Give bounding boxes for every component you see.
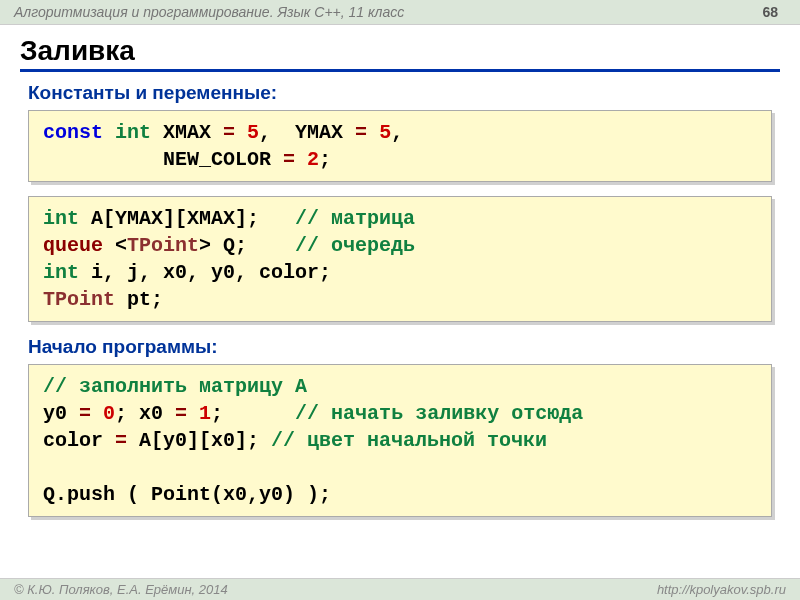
code-text: y0 <box>43 402 67 425</box>
code-text: A[y0][x0]; <box>139 429 271 452</box>
code-comment: // матрица <box>295 207 415 230</box>
kw-int: int <box>43 207 79 230</box>
kw-int: int <box>115 121 151 144</box>
slide-footer: © К.Ю. Поляков, Е.А. Ерёмин, 2014 http:/… <box>0 578 800 600</box>
code-text: NEW_COLOR <box>43 148 271 171</box>
section-constants-label: Константы и переменные: <box>20 82 780 104</box>
code-block-declarations: int A[YMAX][XMAX]; // матрица queue <TPo… <box>28 196 772 322</box>
code-text: ; <box>319 148 331 171</box>
header-title: Алгоритмизация и программирование. Язык … <box>14 4 404 20</box>
slide-content: Заливка Константы и переменные: const in… <box>0 25 800 517</box>
op-eq: = <box>343 121 379 144</box>
code-text: color <box>43 429 103 452</box>
code-text: ; <box>211 402 295 425</box>
blank-line <box>43 456 55 479</box>
code-num: 5 <box>247 121 259 144</box>
code-comment: // цвет начальной точки <box>271 429 547 452</box>
code-num: 0 <box>103 402 115 425</box>
code-text: < <box>103 234 127 257</box>
code-text: > Q; <box>199 234 295 257</box>
slide-header: Алгоритмизация и программирование. Язык … <box>0 0 800 25</box>
footer-copyright: © К.Ю. Поляков, Е.А. Ерёмин, 2014 <box>14 582 228 597</box>
code-num: 1 <box>199 402 211 425</box>
code-text: ; x0 <box>115 402 163 425</box>
kw-queue: queue <box>43 234 103 257</box>
op-eq: = <box>163 402 199 425</box>
code-text: A[YMAX][XMAX]; <box>79 207 295 230</box>
code-text: pt; <box>115 288 163 311</box>
code-text: Q.push ( Point(x0,y0) ); <box>43 483 331 506</box>
kw-type-tpoint: TPoint <box>127 234 199 257</box>
code-text: XMAX <box>151 121 211 144</box>
code-text: , YMAX <box>259 121 343 144</box>
code-num: 5 <box>379 121 391 144</box>
slide-title: Заливка <box>20 35 780 72</box>
kw-int: int <box>43 261 79 284</box>
code-text: i, j, x0, y0, color; <box>79 261 331 284</box>
code-comment: // заполнить матрицу A <box>43 375 307 398</box>
op-eq: = <box>103 429 139 452</box>
footer-url: http://kpolyakov.spb.ru <box>657 582 786 597</box>
page-number: 68 <box>762 4 786 20</box>
kw-type-tpoint: TPoint <box>43 288 115 311</box>
code-comment: // начать заливку отсюда <box>295 402 583 425</box>
section-start-label: Начало программы: <box>20 336 780 358</box>
code-num: 2 <box>307 148 319 171</box>
code-block-constants: const int XMAX = 5, YMAX = 5, NEW_COLOR … <box>28 110 772 182</box>
op-eq: = <box>67 402 103 425</box>
op-eq: = <box>211 121 247 144</box>
kw-const: const <box>43 121 103 144</box>
op-eq: = <box>271 148 307 171</box>
code-comment: // очередь <box>295 234 415 257</box>
code-text: , <box>391 121 403 144</box>
code-block-program-start: // заполнить матрицу A y0 = 0; x0 = 1; /… <box>28 364 772 517</box>
